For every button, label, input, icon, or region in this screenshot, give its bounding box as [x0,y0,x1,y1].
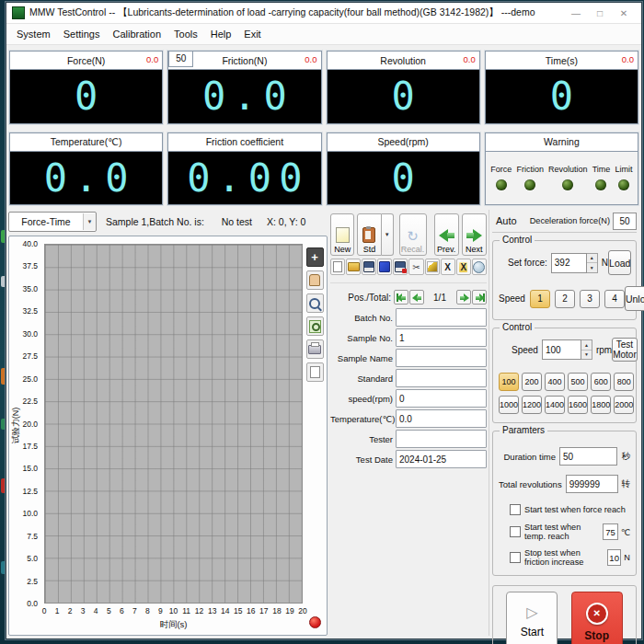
speed-preset-600-button[interactable]: 600 [591,373,611,391]
delete-record-button[interactable]: X [456,259,471,275]
previous-record-button[interactable]: Prev. [434,213,459,256]
pan-hand-button[interactable] [306,270,324,290]
menu-item-calibration[interactable]: Calibration [106,27,167,41]
speed-preset-1800-button[interactable]: 1800 [591,396,611,414]
std-button-label: Std [363,245,376,254]
friction-display-label: Friction(N) [222,55,267,66]
speed-preset-1000-button[interactable]: 1000 [499,396,519,414]
menu-item-help[interactable]: Help [204,27,238,41]
y-tick-label: 15.0 [22,464,38,473]
start-on-temp-label: Start test when temp. reach [524,523,599,541]
deceleration-force-field[interactable]: 50 [613,213,637,230]
temperature-field[interactable]: 0.0 [396,409,487,428]
speed-control-group: Control Speed 100 ▲▼ rpm Test Motor 1002… [492,328,637,423]
speed-preset-1400-button[interactable]: 1400 [545,396,565,414]
start-button[interactable]: ▷ Start [506,592,558,644]
speed-gear-1-button[interactable]: 1 [530,290,550,308]
next-record-button[interactable]: Next [462,213,487,256]
save-all-icon [379,261,390,272]
speed-gear-3-button[interactable]: 3 [580,290,600,308]
close-button[interactable]: ✕ [612,8,636,18]
record-indicator-icon[interactable] [309,616,321,628]
zoom-region-button[interactable] [306,316,324,336]
open-folder-button[interactable] [346,259,361,275]
chevron-down-icon[interactable]: ▼ [83,213,96,230]
last-record-button[interactable] [472,290,487,305]
minimize-button[interactable]: — [564,8,588,18]
speed-preset-1600-button[interactable]: 1600 [568,396,588,414]
save-as-button[interactable] [393,259,408,275]
menu-item-system[interactable]: System [10,27,57,41]
save-button[interactable] [362,259,376,275]
duration-time-field[interactable]: 50 [559,447,617,466]
speed-preset-2000-button[interactable]: 2000 [614,396,634,414]
sample-name-field[interactable] [396,349,487,367]
start-on-force-checkbox[interactable] [510,504,521,515]
friction-increase-field[interactable]: 10 [607,549,621,566]
friction-range-tab[interactable]: 50 [168,51,193,67]
chart-area[interactable]: 试验力(N) 40.037.535.032.530.027.525.022.52… [8,236,328,636]
next-record-nav-button[interactable] [456,290,471,305]
standard-field[interactable] [396,369,487,387]
prev-record-button[interactable] [409,290,424,305]
cut-button[interactable]: ✂ [408,259,423,275]
maximize-button[interactable]: □ [588,8,612,18]
unload-button[interactable]: Unload [625,286,644,311]
tab-auto[interactable]: Auto [492,215,523,226]
time-alarm-value: 0.0 [622,54,634,64]
delete-button[interactable]: X [441,259,455,275]
tester-field[interactable] [396,430,487,448]
test-date-field[interactable]: 2024-01-25 [396,450,487,468]
stop-on-friction-checkbox[interactable] [510,552,521,563]
spinner-down-icon[interactable]: ▼ [581,351,592,360]
zoom-in-button[interactable] [306,293,324,313]
copy-page-button[interactable] [306,362,324,382]
total-revolutions-field[interactable]: 999999 [566,475,619,493]
new-button[interactable]: New [330,213,354,256]
recalculate-button[interactable]: ↻ Recal. [399,213,427,256]
x-tick-label: 11 [182,606,190,615]
speed-preset-800-button[interactable]: 800 [614,373,634,391]
window-title: MMW TestControl -- 【Lubricants-determina… [29,6,564,19]
speed-stepper[interactable]: ▲▼ [581,339,592,360]
edit-button[interactable] [425,259,440,275]
test-motor-button[interactable]: Test Motor [612,338,638,362]
menu-item-exit[interactable]: Exit [237,27,267,41]
speed-setpoint-field[interactable]: 100 [542,339,581,360]
spinner-down-icon[interactable]: ▼ [587,263,597,272]
chart-type-select[interactable]: Force-Time ▼ [8,212,97,232]
y-tick-label: 40.0 [22,239,38,248]
start-temp-field[interactable]: 75 [603,523,617,540]
print-button[interactable] [306,339,324,359]
chart-plot-area[interactable] [44,244,303,604]
speed-preset-1200-button[interactable]: 1200 [522,396,542,414]
std-button[interactable]: Std [357,213,381,256]
web-button[interactable] [472,259,487,275]
new-file-button[interactable] [330,259,345,275]
speed-gear-2-button[interactable]: 2 [555,290,575,308]
std-dropdown-button[interactable]: ▼ [382,213,394,256]
speed-preset-100-button[interactable]: 100 [499,373,519,391]
speed-rpm-field[interactable]: 0 [396,389,487,408]
crosshair-button[interactable]: + [306,247,324,267]
spinner-up-icon[interactable]: ▲ [581,340,592,351]
batch-no-field[interactable] [396,308,487,327]
menu-item-tools[interactable]: Tools [167,27,204,41]
menu-item-settings[interactable]: Settings [57,27,107,41]
first-record-button[interactable] [394,290,408,305]
speed-preset-500-button[interactable]: 500 [568,373,588,391]
open-folder-icon [348,262,360,271]
speed-preset-200-button[interactable]: 200 [522,373,542,391]
set-force-field[interactable]: 392 [551,253,587,273]
duration-time-label: Duration time [499,452,559,462]
speed-preset-400-button[interactable]: 400 [545,373,565,391]
load-button[interactable]: Load [608,250,631,275]
chevron-down-icon: ▼ [385,232,390,237]
speed-gear-4-button[interactable]: 4 [604,290,625,308]
stop-button[interactable]: ✕ Stop [571,592,623,644]
start-on-temp-checkbox[interactable] [510,526,521,537]
save-all-button[interactable] [377,259,392,275]
spinner-up-icon[interactable]: ▲ [587,254,597,264]
set-force-stepper[interactable]: ▲▼ [587,253,598,273]
sample-no-field[interactable]: 1 [396,328,487,347]
